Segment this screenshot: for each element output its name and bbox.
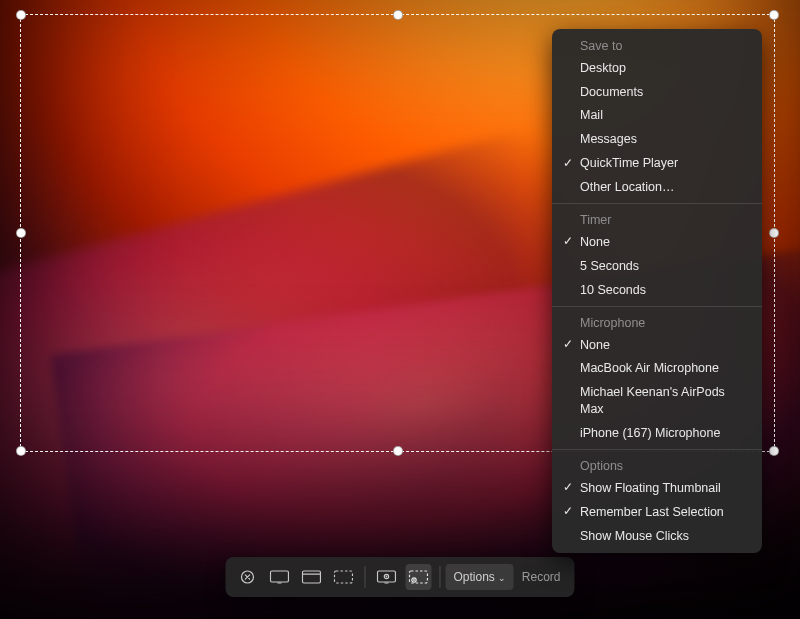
menu-item[interactable]: Other Location… [552, 176, 762, 200]
checkmark-icon: ✓ [563, 503, 573, 519]
menu-item[interactable]: Documents [552, 80, 762, 104]
menu-header-options: Options [552, 454, 762, 476]
menu-separator [552, 306, 762, 307]
svg-point-9 [386, 576, 388, 578]
menu-item[interactable]: Michael Keenan's AirPods Max [552, 381, 762, 422]
capture-selection-button[interactable] [330, 564, 356, 590]
menu-item-label: 10 Seconds [580, 283, 646, 297]
menu-item-label: Show Mouse Clicks [580, 529, 689, 543]
svg-rect-3 [302, 571, 320, 583]
menu-item-label: 5 Seconds [580, 259, 639, 273]
menu-item-label: Michael Keenan's AirPods Max [580, 385, 725, 416]
desktop-wallpaper: Options ⌄ Record Save to DesktopDocument… [0, 0, 800, 619]
menu-item-label: Mail [580, 108, 603, 122]
resize-handle-sw[interactable] [16, 446, 26, 456]
toolbar-divider [439, 566, 440, 588]
menu-item-label: Desktop [580, 61, 626, 75]
close-icon [240, 570, 254, 584]
options-menu: Save to DesktopDocumentsMailMessages✓Qui… [552, 29, 762, 553]
chevron-down-icon: ⌄ [498, 573, 506, 583]
menu-item[interactable]: MacBook Air Microphone [552, 357, 762, 381]
menu-item[interactable]: ✓None [552, 333, 762, 357]
menu-separator [552, 449, 762, 450]
menu-item-label: Documents [580, 85, 643, 99]
close-button[interactable] [234, 564, 260, 590]
resize-handle-e[interactable] [769, 228, 779, 238]
menu-item-label: Remember Last Selection [580, 505, 724, 519]
menu-item[interactable]: ✓QuickTime Player [552, 152, 762, 176]
options-label: Options [453, 570, 494, 584]
menu-item[interactable]: ✓Remember Last Selection [552, 500, 762, 524]
resize-handle-nw[interactable] [16, 10, 26, 20]
checkmark-icon: ✓ [563, 155, 573, 171]
record-entire-screen-button[interactable] [373, 564, 399, 590]
menu-item[interactable]: 10 Seconds [552, 278, 762, 302]
menu-item-label: Show Floating Thumbnail [580, 481, 721, 495]
checkmark-icon: ✓ [563, 233, 573, 249]
resize-handle-w[interactable] [16, 228, 26, 238]
menu-header-microphone: Microphone [552, 311, 762, 333]
menu-item[interactable]: 5 Seconds [552, 254, 762, 278]
record-label: Record [522, 570, 561, 584]
record-selection-button[interactable] [405, 564, 431, 590]
screenshot-toolbar: Options ⌄ Record [225, 557, 574, 597]
menu-item-label: None [580, 338, 610, 352]
record-button[interactable]: Record [514, 564, 569, 590]
capture-window-button[interactable] [298, 564, 324, 590]
screen-icon [269, 570, 289, 584]
resize-handle-s[interactable] [393, 446, 403, 456]
menu-item-label: Other Location… [580, 180, 675, 194]
menu-item-label: None [580, 235, 610, 249]
menu-item-label: Messages [580, 132, 637, 146]
menu-header-save-to: Save to [552, 34, 762, 56]
window-icon [301, 570, 321, 584]
resize-handle-n[interactable] [393, 10, 403, 20]
menu-item[interactable]: ✓None [552, 230, 762, 254]
resize-handle-se[interactable] [769, 446, 779, 456]
svg-rect-1 [270, 571, 288, 582]
menu-item[interactable]: ✓Show Floating Thumbnail [552, 476, 762, 500]
checkmark-icon: ✓ [563, 336, 573, 352]
svg-rect-7 [384, 583, 388, 584]
svg-rect-5 [334, 571, 352, 583]
menu-item[interactable]: Desktop [552, 56, 762, 80]
menu-separator [552, 203, 762, 204]
menu-item-label: iPhone (167) Microphone [580, 426, 720, 440]
menu-item[interactable]: Show Mouse Clicks [552, 524, 762, 548]
toolbar-divider [364, 566, 365, 588]
svg-point-12 [413, 579, 415, 581]
menu-item-label: MacBook Air Microphone [580, 361, 719, 375]
menu-item[interactable]: iPhone (167) Microphone [552, 422, 762, 446]
svg-rect-2 [277, 583, 281, 584]
menu-item-label: QuickTime Player [580, 156, 678, 170]
resize-handle-ne[interactable] [769, 10, 779, 20]
menu-item[interactable]: Messages [552, 128, 762, 152]
selection-icon [333, 570, 353, 584]
record-selection-icon [408, 570, 428, 584]
capture-entire-screen-button[interactable] [266, 564, 292, 590]
menu-item[interactable]: Mail [552, 104, 762, 128]
options-button[interactable]: Options ⌄ [445, 564, 513, 590]
checkmark-icon: ✓ [563, 479, 573, 495]
record-screen-icon [376, 570, 396, 584]
menu-header-timer: Timer [552, 208, 762, 230]
